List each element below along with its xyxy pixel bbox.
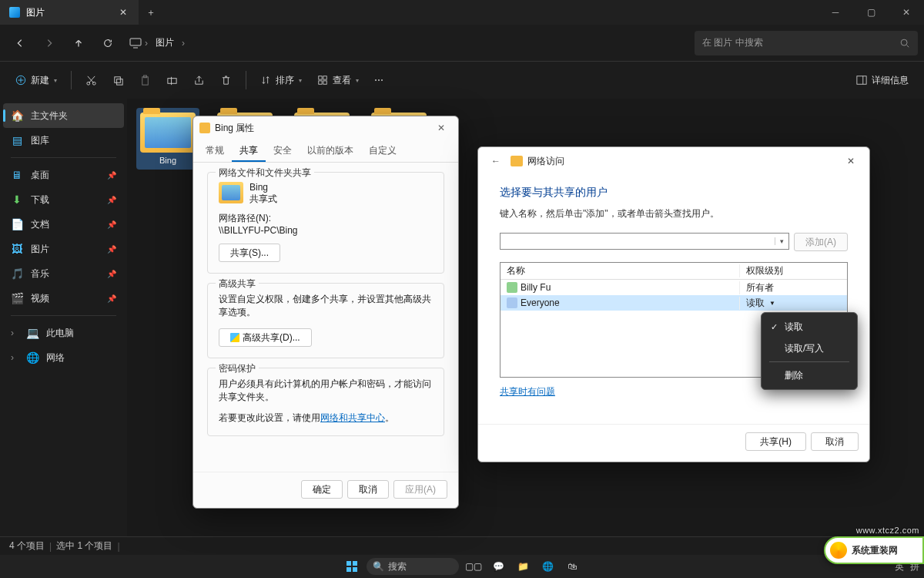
menu-read[interactable]: 读取 (765, 316, 854, 338)
address-bar[interactable]: › 图片 › (123, 35, 693, 51)
watermark-url: www.xtcz2.com (856, 526, 919, 535)
sidebar-videos[interactable]: 🎬视频📌 (3, 286, 124, 311)
cut-button[interactable] (79, 68, 103, 92)
chevron-down-icon: ▾ (299, 77, 302, 84)
col-perm-header[interactable]: 权限级别 (739, 264, 847, 277)
paste-button[interactable] (133, 68, 157, 92)
path-segment[interactable]: 图片 (151, 35, 179, 51)
dialog-breadcrumb: 网络访问 (527, 155, 564, 168)
share-confirm-button[interactable]: 共享(H) (745, 432, 806, 451)
table-row[interactable]: Everyone 读取▼ (500, 295, 847, 311)
tab-title: 图片 (26, 6, 45, 19)
svg-rect-17 (346, 567, 351, 572)
folder-item[interactable]: Bing (136, 108, 199, 170)
sidebar-music[interactable]: 🎵音乐📌 (3, 261, 124, 286)
new-button[interactable]: 新建 ▾ (9, 68, 63, 92)
forward-button[interactable] (35, 29, 63, 57)
watermark-logo-icon (830, 542, 847, 559)
more-button[interactable]: ⋯ (368, 68, 390, 92)
chevron-right-icon: › (11, 352, 18, 363)
taskbar-search[interactable]: 🔍搜索 (367, 558, 459, 575)
menu-remove[interactable]: 删除 (765, 365, 854, 386)
svg-rect-5 (115, 76, 121, 82)
taskbar-store[interactable]: 🛍 (562, 556, 582, 576)
svg-rect-18 (353, 567, 357, 572)
svg-rect-9 (168, 78, 176, 83)
sidebar-network[interactable]: ›🌐网络 (3, 345, 124, 370)
back-icon[interactable]: ← (486, 151, 506, 171)
taskbar-app[interactable]: 💬 (488, 556, 508, 576)
back-button[interactable] (6, 29, 34, 57)
sidebar-desktop[interactable]: 🖥桌面📌 (3, 163, 124, 187)
minimize-button[interactable]: ─ (818, 0, 853, 25)
sort-button[interactable]: 排序▾ (254, 68, 308, 92)
menu-readwrite[interactable]: 读取/写入 (765, 338, 854, 359)
svg-rect-13 (323, 81, 326, 84)
close-window-button[interactable]: ✕ (889, 0, 924, 25)
table-row[interactable]: Billy Fu 所有者 (500, 280, 847, 295)
network-share-group: 网络文件和文件夹共享 Bing 共享式 网络路径(N): \\BILLYFU-P… (207, 172, 444, 274)
network-center-link[interactable]: 网络和共享中心 (320, 412, 385, 423)
delete-button[interactable] (214, 68, 238, 92)
sidebar-downloads[interactable]: ⬇下载📌 (3, 187, 124, 212)
chevron-down-icon[interactable]: ▼ (769, 300, 775, 307)
user-combo[interactable]: ▾ (500, 233, 789, 250)
ok-button[interactable]: 确定 (301, 480, 343, 499)
close-icon[interactable]: ✕ (430, 119, 452, 136)
maximize-button[interactable]: ▢ (853, 0, 889, 25)
sidebar-gallery[interactable]: ▤图库 (3, 128, 124, 153)
desktop-icon: 🖥 (11, 169, 23, 181)
pin-icon: 📌 (107, 294, 116, 303)
tab-customize[interactable]: 自定义 (361, 139, 404, 162)
sidebar-thispc[interactable]: ›💻此电脑 (3, 321, 124, 345)
share-dialog: ← 网络访问 ✕ 选择要与其共享的用户 键入名称，然后单击"添加"，或者单击箭头… (477, 146, 870, 462)
chevron-down-icon[interactable]: ▾ (775, 237, 788, 245)
sidebar-pictures[interactable]: 🖼图片📌 (3, 237, 124, 261)
pc-icon: 💻 (26, 327, 38, 339)
advanced-share-button[interactable]: 高级共享(D)... (219, 328, 312, 347)
apply-button[interactable]: 应用(A) (393, 480, 447, 499)
window-tab[interactable]: 图片 ✕ (0, 0, 139, 25)
chevron-down-icon: ▾ (54, 77, 57, 84)
tab-share[interactable]: 共享 (232, 139, 266, 162)
help-link[interactable]: 共享时有问题 (500, 386, 555, 397)
up-button[interactable] (65, 29, 92, 57)
rename-button[interactable] (160, 68, 184, 92)
add-button[interactable]: 添加(A) (794, 233, 848, 251)
search-icon: 🔍 (373, 561, 384, 572)
sidebar-documents[interactable]: 📄文档📌 (3, 212, 124, 237)
details-pane-button[interactable]: 详细信息 (850, 68, 915, 92)
sidebar-home[interactable]: 🏠主文件夹 (3, 103, 124, 128)
close-tab-icon[interactable]: ✕ (117, 6, 129, 18)
svg-rect-16 (353, 561, 357, 566)
chevron-down-icon: ▾ (356, 77, 359, 84)
cancel-button[interactable]: 取消 (347, 480, 389, 499)
col-name-header[interactable]: 名称 (500, 264, 739, 277)
view-button[interactable]: 查看▾ (311, 68, 365, 92)
selection-count: 选中 1 个项目 (56, 539, 112, 553)
copy-button[interactable] (106, 68, 130, 92)
task-view-button[interactable]: ▢▢ (464, 556, 484, 576)
tab-previous-versions[interactable]: 以前的版本 (300, 139, 361, 162)
network-path: \\BILLYFU-PC\Bing (219, 225, 433, 236)
tab-security[interactable]: 安全 (266, 139, 300, 162)
new-tab-button[interactable]: ＋ (139, 0, 163, 25)
refresh-button[interactable] (94, 29, 122, 57)
taskbar-explorer[interactable]: 📁 (513, 556, 533, 576)
close-icon[interactable]: ✕ (840, 153, 862, 170)
user-icon (507, 282, 517, 293)
folder-icon (140, 113, 196, 153)
home-icon: 🏠 (11, 109, 23, 122)
window-controls: ─ ▢ ✕ (818, 0, 924, 25)
search-input[interactable]: 在 图片 中搜索 (695, 31, 918, 55)
folder-icon (511, 156, 523, 166)
start-button[interactable] (342, 556, 362, 576)
share-button[interactable]: 共享(S)... (219, 244, 280, 262)
dialog-titlebar[interactable]: Bing 属性 ✕ (193, 116, 458, 139)
share-cancel-button[interactable]: 取消 (811, 432, 859, 451)
group-icon (507, 297, 517, 308)
share-button[interactable] (187, 68, 211, 92)
taskbar-edge[interactable]: 🌐 (537, 556, 557, 576)
tab-general[interactable]: 常规 (198, 139, 232, 162)
svg-rect-11 (323, 76, 326, 79)
